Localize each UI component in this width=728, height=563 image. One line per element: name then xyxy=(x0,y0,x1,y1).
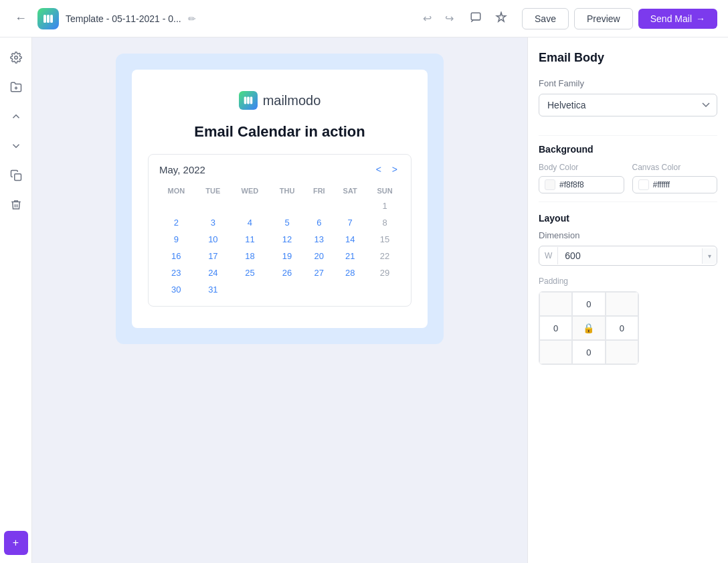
calendar: May, 2022 < > MON TUE WED THU xyxy=(148,154,412,307)
app-logo xyxy=(37,8,59,29)
svg-rect-3 xyxy=(471,13,480,20)
svg-rect-9 xyxy=(247,97,250,104)
send-button[interactable]: Send Mail → xyxy=(638,9,717,29)
pad-top[interactable] xyxy=(572,292,605,316)
pad-left-input[interactable] xyxy=(545,323,567,333)
calendar-day: 1 xyxy=(367,197,403,214)
cal-header-tue: TUE xyxy=(196,184,230,197)
main-content: + mailmodo Email Calendar in action May,… xyxy=(0,37,728,563)
add-block-button[interactable]: + xyxy=(4,531,28,555)
calendar-day[interactable]: 27 xyxy=(304,264,333,281)
preview-button[interactable]: Preview xyxy=(574,8,633,29)
svg-rect-10 xyxy=(250,97,252,104)
calendar-day xyxy=(367,281,403,298)
divider-2 xyxy=(539,202,717,202)
calendar-day[interactable]: 4 xyxy=(230,214,270,231)
calendar-day[interactable]: 25 xyxy=(230,264,270,281)
pad-right-input[interactable] xyxy=(611,323,632,333)
calendar-day[interactable]: 16 xyxy=(157,248,196,264)
calendar-week-row: 9101112131415 xyxy=(157,231,403,248)
pad-right[interactable] xyxy=(606,316,638,340)
pad-bottom[interactable] xyxy=(572,340,605,364)
calendar-week-row: 23242526272829 xyxy=(157,264,403,281)
topbar-icon-buttons xyxy=(466,7,511,30)
pad-left[interactable] xyxy=(539,316,572,340)
canvas-color-col: Canvas Color xyxy=(632,163,718,193)
svg-rect-0 xyxy=(43,15,46,23)
calendar-day[interactable]: 30 xyxy=(157,281,196,298)
calendar-day[interactable]: 7 xyxy=(333,214,367,231)
svg-point-4 xyxy=(14,56,17,60)
pad-top-input[interactable] xyxy=(578,299,600,309)
pad-empty-bl xyxy=(539,340,572,364)
calendar-day[interactable]: 20 xyxy=(304,248,333,264)
layout-title: Layout xyxy=(539,213,717,224)
calendar-day[interactable]: 10 xyxy=(196,231,230,248)
back-button[interactable]: ← xyxy=(11,9,31,28)
calendar-day[interactable]: 12 xyxy=(270,231,305,248)
redo-button[interactable]: ↪ xyxy=(441,8,458,29)
canvas-color-input[interactable] xyxy=(632,176,718,193)
edit-icon[interactable]: ✏ xyxy=(188,13,196,24)
pad-empty-br xyxy=(606,340,638,364)
save-button[interactable]: Save xyxy=(522,8,569,29)
canvas-color-value[interactable] xyxy=(653,180,712,189)
magic-button[interactable] xyxy=(491,7,511,30)
delete-tool[interactable] xyxy=(4,193,28,217)
pad-empty-tl xyxy=(539,292,572,316)
calendar-day[interactable]: 5 xyxy=(270,214,305,231)
calendar-day[interactable]: 19 xyxy=(270,248,305,264)
calendar-day[interactable]: 17 xyxy=(196,248,230,264)
pad-lock[interactable]: 🔒 xyxy=(572,316,605,340)
calendar-day[interactable]: 14 xyxy=(333,231,367,248)
calendar-day[interactable]: 21 xyxy=(333,248,367,264)
calendar-header: May, 2022 < > xyxy=(157,163,403,176)
move-down-tool[interactable] xyxy=(4,134,28,158)
calendar-day[interactable]: 6 xyxy=(304,214,333,231)
calendar-day[interactable]: 3 xyxy=(196,214,230,231)
calendar-day[interactable]: 2 xyxy=(157,214,196,231)
font-family-select[interactable]: Helvetica Arial Times New Roman Georgia xyxy=(539,94,717,116)
duplicate-tool[interactable] xyxy=(4,163,28,187)
email-logo: mailmodo xyxy=(148,91,412,110)
folder-tool[interactable] xyxy=(4,75,28,99)
dimension-value-input[interactable] xyxy=(558,246,702,265)
template-name: Template - 05-11-2021 - 0... xyxy=(66,13,181,24)
calendar-day[interactable]: 24 xyxy=(196,264,230,281)
settings-tool[interactable] xyxy=(4,46,28,70)
svg-rect-7 xyxy=(14,174,21,181)
topbar-right: Save Preview Send Mail → xyxy=(466,7,717,30)
calendar-day: 8 xyxy=(367,214,403,231)
undo-button[interactable]: ↩ xyxy=(419,8,436,29)
move-up-tool[interactable] xyxy=(4,104,28,129)
body-color-value[interactable] xyxy=(559,180,618,189)
calendar-day xyxy=(333,281,367,298)
calendar-day[interactable]: 26 xyxy=(270,264,305,281)
calendar-next[interactable]: > xyxy=(389,163,400,176)
canvas-color-swatch xyxy=(638,179,649,190)
body-color-label: Body Color xyxy=(539,163,624,172)
calendar-day[interactable]: 28 xyxy=(333,264,367,281)
calendar-day[interactable]: 31 xyxy=(196,281,230,298)
topbar: ← Template - 05-11-2021 - 0... ✏ ↩ ↪ Sav… xyxy=(0,0,728,37)
topbar-left: ← Template - 05-11-2021 - 0... ✏ xyxy=(11,8,411,29)
comment-button[interactable] xyxy=(466,7,486,30)
calendar-week-row: 16171819202122 xyxy=(157,248,403,264)
calendar-day xyxy=(230,281,270,298)
topbar-center: ↩ ↪ xyxy=(419,8,458,29)
calendar-month: May, 2022 xyxy=(159,164,205,175)
calendar-week-row: 2345678 xyxy=(157,214,403,231)
calendar-prev[interactable]: < xyxy=(373,163,384,176)
calendar-day[interactable]: 11 xyxy=(230,231,270,248)
font-family-label: Font Family xyxy=(539,78,717,88)
calendar-day[interactable]: 13 xyxy=(304,231,333,248)
dimension-w-prefix: W xyxy=(539,247,558,264)
calendar-day[interactable]: 23 xyxy=(157,264,196,281)
calendar-day[interactable]: 9 xyxy=(157,231,196,248)
cal-header-thu: THU xyxy=(270,184,305,197)
pad-bottom-input[interactable] xyxy=(578,347,600,357)
dimension-dropdown-arrow[interactable]: ▾ xyxy=(702,248,717,264)
svg-rect-8 xyxy=(244,97,246,104)
body-color-input[interactable] xyxy=(539,176,624,193)
calendar-day[interactable]: 18 xyxy=(230,248,270,264)
